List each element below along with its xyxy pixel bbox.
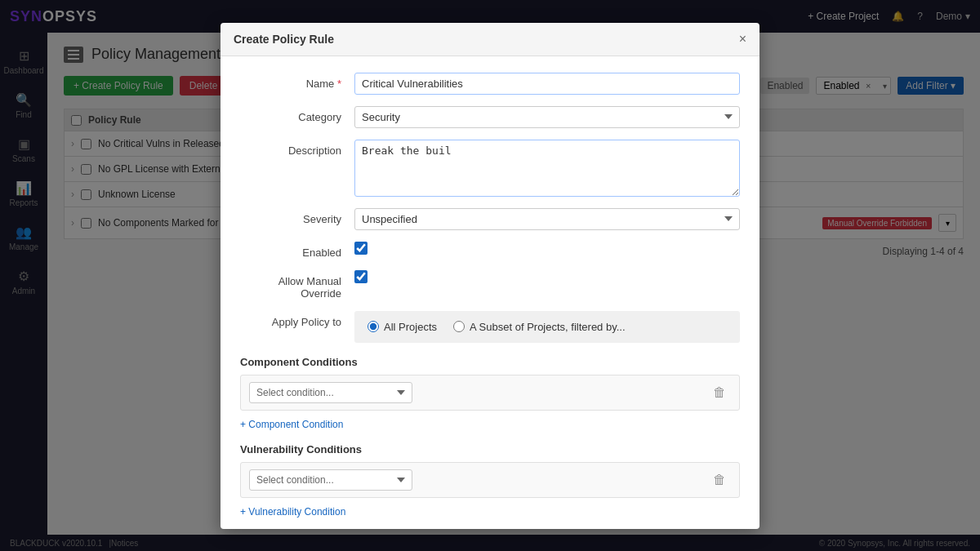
vulnerability-conditions-section: Vulnerability Conditions Select conditio…	[240, 443, 740, 518]
description-field-row: Description Break the buil	[240, 140, 740, 197]
enabled-field-row: Enabled	[240, 242, 740, 259]
name-input[interactable]	[354, 73, 740, 95]
add-vulnerability-condition-link[interactable]: + Vulnerability Condition	[240, 506, 345, 518]
severity-field-row: Severity Unspecified Blocker Critical Ma…	[240, 208, 740, 230]
vulnerability-condition-select[interactable]: Select condition...	[249, 469, 412, 491]
enabled-checkbox-container	[354, 242, 368, 255]
component-condition-delete-button[interactable]: 🗑	[708, 384, 731, 402]
name-field-row: Name *	[240, 73, 740, 95]
modal-title: Create Policy Rule	[234, 33, 334, 46]
subset-projects-label: A Subset of Projects, filtered by...	[470, 321, 626, 333]
component-conditions-title: Component Conditions	[240, 356, 740, 368]
allow-override-checkbox-container	[354, 270, 368, 283]
category-select[interactable]: Security License Operational	[354, 106, 740, 128]
vulnerability-condition-delete-button[interactable]: 🗑	[708, 471, 731, 489]
severity-label: Severity	[240, 208, 354, 225]
modal-header: Create Policy Rule ×	[220, 23, 760, 56]
all-projects-radio-label[interactable]: All Projects	[368, 321, 437, 333]
vulnerability-condition-row: Select condition... 🗑	[240, 462, 740, 498]
apply-policy-radio-group: All Projects A Subset of Projects, filte…	[368, 321, 626, 333]
component-conditions-section: Component Conditions Select condition...…	[240, 356, 740, 430]
apply-policy-label: Apply Policy to	[240, 311, 354, 328]
add-component-condition-link[interactable]: + Component Condition	[240, 419, 343, 430]
enabled-label: Enabled	[240, 242, 354, 259]
severity-select[interactable]: Unspecified Blocker Critical Major Minor…	[354, 208, 740, 230]
apply-policy-field-row: Apply Policy to All Projects A Subset of…	[240, 311, 740, 343]
category-field-row: Category Security License Operational	[240, 106, 740, 128]
description-textarea[interactable]: Break the buil	[354, 140, 740, 197]
component-condition-row: Select condition... 🗑	[240, 375, 740, 411]
enabled-checkbox[interactable]	[354, 242, 368, 255]
apply-policy-section: All Projects A Subset of Projects, filte…	[354, 311, 740, 343]
required-indicator: *	[337, 78, 341, 90]
allow-override-checkbox[interactable]	[354, 270, 368, 283]
subset-projects-radio-label[interactable]: A Subset of Projects, filtered by...	[453, 321, 626, 333]
category-label: Category	[240, 106, 354, 123]
description-label: Description	[240, 140, 354, 157]
all-projects-radio[interactable]	[368, 321, 379, 332]
modal-close-button[interactable]: ×	[739, 33, 746, 46]
create-policy-rule-modal: Create Policy Rule × Name * Category Sec…	[220, 23, 760, 529]
allow-override-label: Allow Manual Override	[240, 270, 354, 300]
component-condition-select[interactable]: Select condition...	[249, 382, 412, 403]
modal-overlay: Create Policy Rule × Name * Category Sec…	[0, 0, 980, 551]
vulnerability-conditions-title: Vulnerability Conditions	[240, 443, 740, 455]
allow-override-field-row: Allow Manual Override	[240, 270, 740, 300]
all-projects-label: All Projects	[384, 321, 437, 333]
name-label: Name *	[240, 73, 354, 90]
subset-projects-radio[interactable]	[453, 321, 465, 332]
modal-body: Name * Category Security License Operati…	[220, 56, 760, 529]
